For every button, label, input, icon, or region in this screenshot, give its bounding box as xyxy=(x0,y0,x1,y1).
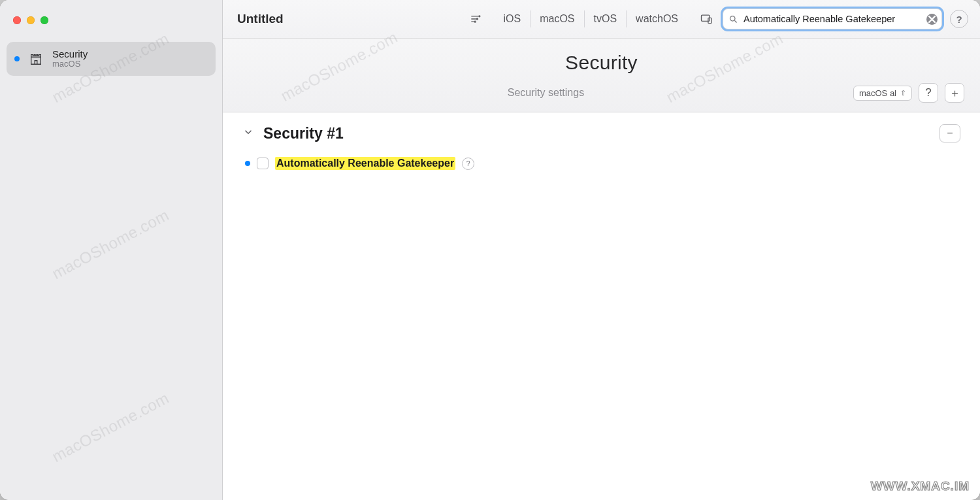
chevron-down-icon[interactable] xyxy=(242,126,254,141)
content-area: Security #1 − Automatically Reenable Gat… xyxy=(223,112,980,500)
setting-label: Automatically Reenable Gatekeeper xyxy=(275,157,455,170)
section-title: Security xyxy=(238,52,964,74)
search-icon xyxy=(728,14,738,24)
main-panel: Untitled iOS macOS tvOS watchOS ? xyxy=(223,0,980,500)
platform-chip[interactable]: macOS al ⇧ xyxy=(853,86,912,101)
device-preview-icon[interactable] xyxy=(698,11,715,27)
platform-watchos[interactable]: watchOS xyxy=(626,10,687,27)
setting-help-icon[interactable]: ? xyxy=(462,158,474,170)
group-header: Security #1 − xyxy=(242,124,960,142)
section-controls: macOS al ⇧ ? ＋ xyxy=(853,83,964,103)
setting-row: Automatically Reenable Gatekeeper ? xyxy=(242,157,960,170)
level-up-icon: ⇧ xyxy=(900,89,906,97)
sidebar-item-subtitle: macOS xyxy=(52,59,88,69)
search-input[interactable] xyxy=(742,13,923,25)
platform-tvos[interactable]: tvOS xyxy=(584,10,627,27)
window-controls xyxy=(0,0,222,35)
svg-point-5 xyxy=(730,16,736,21)
castle-icon xyxy=(27,50,44,67)
sidebar-item-labels: Security macOS xyxy=(52,48,88,69)
search-field[interactable] xyxy=(723,8,942,29)
setting-checkbox[interactable] xyxy=(257,158,269,169)
app-window: Security macOS Untitled iOS macOS tvOS w… xyxy=(0,0,980,500)
remove-group-button[interactable]: − xyxy=(939,124,960,142)
svg-point-2 xyxy=(474,21,476,22)
sidebar-list: Security macOS xyxy=(0,35,222,82)
document-title: Untitled xyxy=(235,12,284,26)
filter-settings-icon[interactable] xyxy=(467,11,484,27)
add-section-button[interactable]: ＋ xyxy=(945,83,964,103)
svg-point-0 xyxy=(478,16,480,17)
platform-chip-label: macOS al xyxy=(859,88,896,98)
section-description: Security settings xyxy=(238,87,853,99)
toolbar: Untitled iOS macOS tvOS watchOS ? xyxy=(223,0,980,39)
sidebar-item-security[interactable]: Security macOS xyxy=(7,42,216,76)
clear-search-button[interactable] xyxy=(926,14,938,25)
svg-point-1 xyxy=(476,18,478,20)
toolbar-help-button[interactable]: ? xyxy=(950,10,968,28)
modified-dot-icon xyxy=(245,161,250,166)
zoom-window-button[interactable] xyxy=(41,16,48,24)
minimize-window-button[interactable] xyxy=(27,16,35,24)
platform-segmented-control: iOS macOS tvOS watchOS xyxy=(495,10,688,27)
sidebar-item-title: Security xyxy=(52,48,88,59)
close-window-button[interactable] xyxy=(13,16,21,24)
status-dot-icon xyxy=(14,56,20,61)
sidebar: Security macOS xyxy=(0,0,223,500)
platform-macos[interactable]: macOS xyxy=(530,10,583,27)
group-title: Security #1 xyxy=(263,125,344,142)
platform-ios[interactable]: iOS xyxy=(495,10,531,27)
section-header: Security Security settings macOS al ⇧ ? … xyxy=(223,39,980,112)
section-help-button[interactable]: ? xyxy=(919,83,938,103)
